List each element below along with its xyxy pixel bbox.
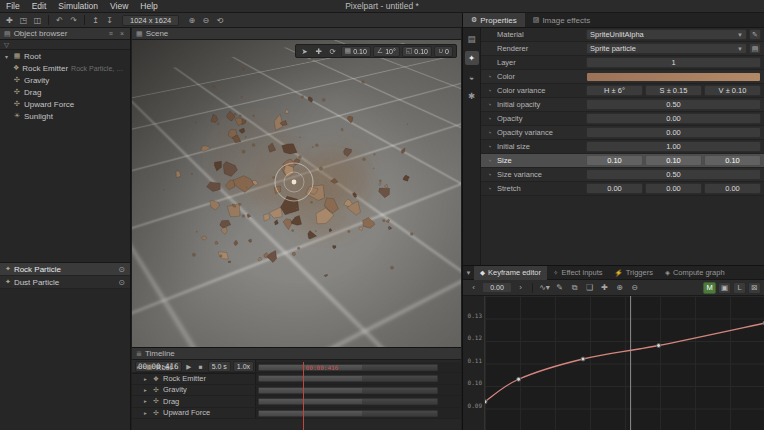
menu-file[interactable]: File: [0, 0, 26, 13]
open-file-button[interactable]: ◳: [17, 14, 30, 26]
toggle-m-button[interactable]: M: [703, 282, 716, 294]
canvas-size-field[interactable]: 1024 x 1624: [122, 15, 179, 26]
initial-size-input[interactable]: 1.00: [586, 141, 761, 152]
chevron-down-icon[interactable]: ▾: [3, 53, 10, 60]
particle-list-item-dust[interactable]: ✦ Dust Particle ⊙: [0, 276, 130, 289]
new-file-button[interactable]: ✚: [3, 14, 16, 26]
track-gravity[interactable]: ▸ ✣ Gravity: [132, 385, 461, 396]
zoom-reset-button[interactable]: ⟲: [213, 14, 226, 26]
track-lane[interactable]: [255, 396, 461, 406]
export-button[interactable]: ↧: [103, 14, 116, 26]
animated-property-icon[interactable]: ◔: [485, 185, 494, 192]
track-bar[interactable]: [258, 364, 438, 371]
object-filter-row[interactable]: ▽: [0, 40, 130, 50]
section-icon-appearance[interactable]: ✦: [465, 51, 479, 65]
tab-triggers[interactable]: ⚡ Triggers: [609, 266, 659, 280]
panel-menu-icon[interactable]: ≡: [107, 30, 115, 37]
track-bar[interactable]: [258, 410, 438, 417]
scene-viewport[interactable]: ➤ ✚ ⟳ ▦ 0.10 ∠ 10° ◱ 0.10 ∪ 0: [132, 40, 461, 347]
panel-close-icon[interactable]: ×: [118, 30, 126, 37]
size-z-input[interactable]: 0.10: [704, 155, 761, 166]
tab-effect-inputs[interactable]: ✧ Effect inputs: [547, 266, 609, 280]
toggle-l-button[interactable]: L: [733, 282, 746, 294]
track-lane[interactable]: [255, 373, 461, 383]
expand-icon[interactable]: ▸: [142, 376, 149, 382]
pen-icon[interactable]: ✎: [553, 282, 566, 294]
particle-list-item-rock[interactable]: ✦ Rock Particle ⊙: [0, 263, 130, 276]
track-drag[interactable]: ▸ ✣ Drag: [132, 396, 461, 407]
zoom-in-icon[interactable]: ⊕: [613, 282, 626, 294]
expand-icon[interactable]: ▸: [135, 364, 142, 370]
track-lane[interactable]: [255, 362, 461, 372]
add-keyframe-button[interactable]: ✚: [598, 282, 611, 294]
track-lane[interactable]: [255, 408, 461, 418]
import-button[interactable]: ↥: [89, 14, 102, 26]
animated-property-icon[interactable]: ◔: [485, 87, 494, 94]
tab-image-effects[interactable]: ▨ Image effects: [525, 13, 599, 27]
grid-snap-field[interactable]: ▦ 0.10: [341, 46, 371, 57]
tree-item-root[interactable]: ▾ ▦ Root: [0, 50, 130, 62]
move-tool-button[interactable]: ✚: [313, 46, 325, 57]
curve-editor-canvas[interactable]: [485, 296, 764, 430]
expand-icon[interactable]: ▸: [142, 410, 149, 416]
track-root[interactable]: ▸ ▦ Root: [132, 362, 461, 373]
save-button[interactable]: ◫: [31, 14, 44, 26]
tree-item-upward-force[interactable]: ✣ Upward Force: [0, 98, 130, 110]
section-icon-motion[interactable]: ◒: [465, 70, 479, 84]
paste-icon[interactable]: ❏: [583, 282, 596, 294]
visibility-icon[interactable]: ⊙: [118, 265, 125, 274]
tab-properties[interactable]: ⚙ Properties: [463, 13, 525, 27]
stretch-y-input[interactable]: 0.00: [645, 183, 702, 194]
grid-toggle-button[interactable]: ▣: [718, 282, 731, 294]
menu-view[interactable]: View: [104, 0, 134, 13]
renderer-settings-button[interactable]: ▤: [749, 43, 761, 54]
lock-icon[interactable]: ⊠: [748, 282, 761, 294]
size-x-input[interactable]: 0.10: [586, 155, 643, 166]
renderer-dropdown[interactable]: Sprite particle ▼: [586, 43, 747, 54]
tree-item-drag[interactable]: ✣ Drag: [0, 86, 130, 98]
section-icon-render[interactable]: ✱: [465, 89, 479, 103]
expand-icon[interactable]: ▸: [142, 387, 149, 393]
scale-snap-field[interactable]: ◱ 0.10: [402, 46, 432, 57]
zoom-out-button[interactable]: ⊖: [199, 14, 212, 26]
animated-property-icon[interactable]: ◔: [485, 129, 494, 136]
stretch-x-input[interactable]: 0.00: [586, 183, 643, 194]
size-y-input[interactable]: 0.10: [645, 155, 702, 166]
size-variance-input[interactable]: 0.50: [586, 169, 761, 180]
color-variance-s-input[interactable]: S ± 0.15: [645, 85, 702, 96]
section-icon-emitter[interactable]: ▤: [465, 32, 479, 46]
angle-snap-field[interactable]: ∠ 10°: [373, 46, 400, 57]
opacity-input[interactable]: 0.00: [586, 113, 761, 124]
interpolation-dropdown[interactable]: ∿▾: [538, 282, 551, 294]
track-rock-emitter[interactable]: ▸ ❖ Rock Emitter: [132, 373, 461, 384]
zoom-out-icon[interactable]: ⊖: [628, 282, 641, 294]
animated-property-icon[interactable]: ◔: [485, 115, 494, 122]
menu-simulation[interactable]: Simulation: [52, 0, 104, 13]
tree-item-sunlight[interactable]: ☀ Sunlight: [0, 110, 130, 122]
tree-item-gravity[interactable]: ✣ Gravity: [0, 74, 130, 86]
opacity-variance-input[interactable]: 0.00: [586, 127, 761, 138]
track-bar[interactable]: [258, 387, 438, 394]
menu-help[interactable]: Help: [134, 0, 163, 13]
timeline-playhead[interactable]: [303, 362, 304, 430]
collapse-panel-icon[interactable]: ▼: [463, 270, 474, 276]
copy-icon[interactable]: ⧉: [568, 282, 581, 294]
zoom-in-button[interactable]: ⊕: [185, 14, 198, 26]
expand-icon[interactable]: ▸: [142, 398, 149, 404]
rotate-tool-button[interactable]: ⟳: [327, 46, 339, 57]
undo-button[interactable]: ↶: [53, 14, 66, 26]
animated-property-icon[interactable]: ◔: [485, 73, 494, 80]
animated-property-icon[interactable]: ◔: [485, 171, 494, 178]
animated-property-icon[interactable]: ◔: [485, 101, 494, 108]
redo-button[interactable]: ↷: [67, 14, 80, 26]
material-edit-button[interactable]: ✎: [749, 29, 761, 40]
animated-property-icon[interactable]: ◔: [485, 157, 494, 164]
layer-input[interactable]: 1: [586, 57, 761, 68]
prev-key-button[interactable]: ‹: [467, 282, 480, 294]
material-dropdown[interactable]: SpriteUnlitAlpha ▼: [586, 29, 747, 40]
color-variance-h-input[interactable]: H ± 6°: [586, 85, 643, 96]
visibility-icon[interactable]: ⊙: [118, 278, 125, 287]
track-upward-force[interactable]: ▸ ✣ Upward Force: [132, 408, 461, 419]
next-key-button[interactable]: ›: [514, 282, 527, 294]
track-bar[interactable]: [258, 398, 438, 405]
